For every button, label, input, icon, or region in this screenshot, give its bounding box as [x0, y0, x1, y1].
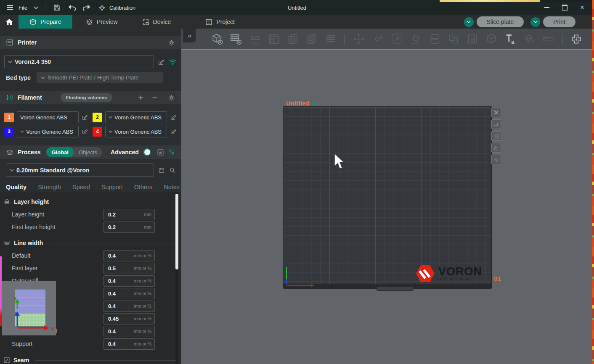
printer-select[interactable]: Voron2.4 350	[4, 55, 154, 68]
line-width-first-layer-input[interactable]: 0.5mm or %	[103, 263, 155, 274]
scope-objects-option[interactable]: Objects	[74, 147, 102, 157]
print-options-dropdown[interactable]	[530, 17, 540, 27]
edit-filament-2-icon[interactable]	[170, 114, 177, 121]
layers-icon[interactable]	[324, 32, 337, 46]
variable-layer-height-icon[interactable]	[466, 32, 479, 46]
rename-plate-pencil-icon[interactable]	[312, 100, 317, 106]
tab-prepare[interactable]: Prepare	[19, 15, 72, 29]
layer-height-input[interactable]: 0.2mm	[103, 209, 155, 220]
chevron-down-icon[interactable]	[32, 3, 41, 12]
assembly-icon[interactable]	[570, 32, 583, 46]
collapse-sidebar-button[interactable]: «	[183, 29, 196, 42]
plate-settings-icon[interactable]	[491, 155, 501, 164]
paste-icon[interactable]	[305, 32, 318, 46]
advanced-toggle[interactable]	[143, 148, 151, 156]
filament-slot-3: 3 Voron Generic ABS	[4, 126, 88, 137]
file-menu[interactable]: File	[0, 3, 41, 12]
filament-2-select[interactable]: Voron Generic ABS	[105, 111, 167, 123]
line-width-inner-wall-input[interactable]: 0.4mm or %	[103, 288, 155, 299]
undo-icon[interactable]	[67, 3, 77, 12]
compare-presets-icon[interactable]	[168, 149, 175, 156]
line-width-sparse-infill-input[interactable]: 0.45mm or %	[103, 313, 155, 324]
line-width-support-input[interactable]: 0.4mm or %	[103, 338, 155, 350]
parameter-table-icon[interactable]	[157, 149, 164, 156]
edit-filament-3-icon[interactable]	[82, 128, 88, 135]
calibration-button[interactable]: Calibration	[98, 3, 135, 12]
printer-settings-gear-icon[interactable]	[168, 39, 175, 46]
background-window-sliver-left	[0, 256, 2, 326]
save-preset-icon[interactable]	[158, 167, 165, 174]
arrange-plate-icon[interactable]	[491, 131, 501, 141]
scope-global-option[interactable]: Global	[46, 147, 73, 157]
line-width-top-surface-input[interactable]: 0.4mm or %	[103, 301, 155, 312]
filament-1-color-swatch[interactable]: 1	[4, 113, 14, 122]
plate-name[interactable]: Untitled	[286, 100, 317, 107]
maximize-button[interactable]	[559, 3, 570, 13]
filament-1-name: Voron Generic ABS	[20, 114, 67, 121]
bed-type-label: Bed type	[6, 74, 31, 81]
chevron-down-icon	[109, 130, 112, 133]
filament-1-select[interactable]: Voron Generic ABS	[17, 111, 79, 123]
copy-icon[interactable]	[286, 32, 300, 46]
line-width-title: Line width	[14, 240, 43, 246]
line-width-default-input[interactable]: 0.4mm or %	[103, 250, 155, 261]
axis-label-z: z	[14, 310, 17, 315]
first-layer-height-input[interactable]: 0.2mm	[103, 222, 155, 233]
close-button[interactable]: ×	[576, 3, 588, 13]
add-text-icon[interactable]: a	[504, 32, 517, 46]
plate-handle[interactable]	[377, 287, 414, 291]
home-button[interactable]	[0, 15, 19, 29]
add-plate-icon[interactable]	[229, 32, 243, 46]
viewport-navigator[interactable]: y z x	[2, 281, 56, 335]
add-filament-icon[interactable]	[138, 95, 144, 101]
tab-device[interactable]: Device	[131, 15, 182, 29]
remove-filament-icon[interactable]	[151, 95, 158, 101]
arrange-icon[interactable]	[267, 32, 281, 46]
seam-icon	[3, 357, 10, 364]
wifi-icon[interactable]	[169, 59, 177, 65]
mesh-boolean-icon[interactable]	[485, 32, 498, 46]
auto-orient-icon[interactable]	[248, 32, 262, 46]
build-plate[interactable]	[283, 106, 492, 289]
slice-plate-button[interactable]: Slice plate	[464, 16, 524, 27]
move-icon[interactable]	[352, 32, 366, 46]
split-to-objects-icon[interactable]	[428, 32, 441, 46]
flushing-volumes-button[interactable]: Flushing volumes	[61, 93, 113, 102]
viewport-3d[interactable]: a « Untitled	[181, 29, 594, 364]
delete-plate-icon[interactable]	[491, 108, 501, 117]
save-icon[interactable]	[52, 3, 61, 12]
slice-plate-label: Slice plate	[477, 16, 524, 27]
color-painting-icon[interactable]	[522, 32, 536, 46]
filament-settings-gear-icon[interactable]	[168, 94, 175, 101]
print-button[interactable]: Print	[530, 16, 575, 27]
filament-4-select[interactable]: Voron Generic ABS	[105, 126, 167, 137]
plate-image-icon[interactable]	[491, 119, 501, 129]
measure-icon[interactable]	[541, 32, 555, 46]
tab-project[interactable]: Project	[194, 15, 246, 29]
edit-filament-4-icon[interactable]	[170, 128, 177, 135]
bed-type-select[interactable]: Smooth PEI Plate / High Temp Plate	[37, 72, 163, 83]
add-object-icon[interactable]	[210, 32, 224, 46]
lay-flat-icon[interactable]	[409, 32, 422, 46]
search-settings-icon[interactable]	[169, 167, 176, 174]
settings-scrollbar-thumb[interactable]	[175, 194, 178, 269]
split-to-parts-icon[interactable]	[447, 32, 460, 46]
slice-options-dropdown[interactable]	[464, 17, 474, 27]
filament-2-color-swatch[interactable]: 2	[93, 113, 102, 122]
tab-preview[interactable]: Preview	[75, 15, 129, 29]
lock-plate-icon[interactable]	[491, 143, 501, 153]
edit-printer-icon[interactable]	[158, 58, 165, 66]
edit-filament-1-icon[interactable]	[82, 114, 88, 121]
filament-3-select[interactable]: Voron Generic ABS	[17, 126, 79, 137]
process-preset-select[interactable]: 0.20mm Standard @Voron	[6, 164, 154, 177]
line-width-outer-wall-input[interactable]: 0.4mm or %	[103, 275, 155, 287]
line-width-internal-solid-infill-input[interactable]: 0.4mm or %	[103, 326, 155, 337]
rotate-icon[interactable]	[371, 32, 385, 46]
filament-4-color-swatch[interactable]: 4	[93, 127, 102, 137]
background-window-sliver-top-right	[540, 0, 594, 2]
minimize-button[interactable]	[541, 3, 553, 13]
filament-3-color-swatch[interactable]: 3	[4, 127, 14, 137]
redo-icon[interactable]	[82, 3, 92, 12]
filament-slot-1: 1 Voron Generic ABS	[4, 111, 88, 123]
scale-icon[interactable]	[390, 32, 403, 46]
